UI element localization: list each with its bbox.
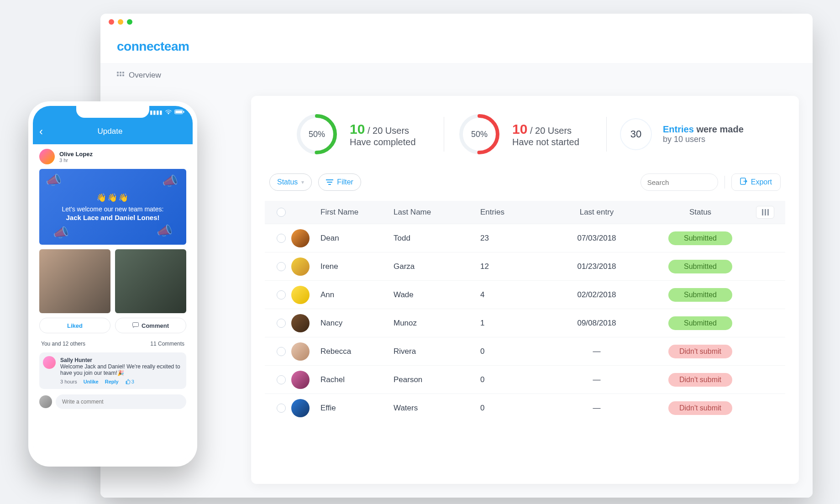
col-entries[interactable]: Entries: [480, 208, 544, 217]
cell-entries: 0: [480, 347, 544, 356]
banner-line2: Jack Lace and Daniel Lones!: [66, 214, 159, 221]
status-badge: Didn't submit: [668, 373, 732, 387]
comment-author: Sally Hunter: [60, 357, 182, 363]
comment-reply[interactable]: Reply: [105, 379, 119, 384]
wifi-icon: [165, 109, 172, 116]
cell-status: Submitted: [649, 231, 751, 245]
cell-first-name: Irene: [320, 262, 394, 271]
divider: [724, 176, 725, 189]
filter-button[interactable]: Filter: [318, 173, 361, 191]
cell-entries: 0: [480, 404, 544, 413]
row-checkbox[interactable]: [277, 404, 286, 413]
entries-prefix: Entries: [663, 124, 694, 134]
header-checkbox[interactable]: [277, 208, 286, 217]
photo-row: [39, 249, 186, 313]
cell-last-entry: —: [544, 347, 649, 356]
brand-header: connecteam: [100, 30, 813, 63]
cell-last-entry: 01/23/2018: [544, 262, 649, 271]
status-badge: Submitted: [668, 288, 732, 302]
phone-body: Olive Lopez 3 hr 📣 📣 📣 📣 👋👋👋 Let's welco…: [33, 144, 193, 462]
liked-button[interactable]: Liked: [39, 318, 110, 333]
comment-label: Comment: [142, 322, 169, 329]
row-avatar[interactable]: [291, 399, 310, 417]
row-checkbox[interactable]: [277, 375, 286, 384]
table-row[interactable]: IreneGarza1201/23/2018Submitted: [265, 252, 785, 280]
cell-last-name: Rivera: [394, 347, 480, 356]
window-maximize-dot[interactable]: [127, 19, 132, 25]
row-checkbox[interactable]: [277, 262, 286, 271]
signal-icon: ▮▮▮▮: [150, 109, 163, 116]
cell-last-entry: —: [544, 404, 649, 413]
col-first-name[interactable]: First Name: [320, 208, 394, 217]
search-wrap[interactable]: [640, 173, 718, 191]
window-close-dot[interactable]: [109, 19, 114, 25]
col-status[interactable]: Status: [649, 208, 751, 217]
cell-last-name: Munoz: [394, 319, 480, 328]
row-avatar[interactable]: [291, 257, 310, 276]
row-avatar[interactable]: [291, 371, 310, 389]
post-author: Olive Lopez: [59, 151, 93, 158]
phone-title: Update: [34, 127, 186, 136]
comment-text: Welcome Jack and Daniel! We're really ec…: [60, 363, 182, 376]
photo-1[interactable]: [39, 249, 110, 313]
search-input[interactable]: [647, 178, 734, 186]
col-last-name[interactable]: Last Name: [394, 208, 480, 217]
window-content: connecteam Overview 50% 10 / 20 Users Ha…: [100, 30, 813, 498]
arc-notstarted: 50%: [457, 112, 501, 156]
comment-avatar[interactable]: [43, 356, 56, 369]
arc-completed: 50%: [295, 112, 339, 156]
row-avatar[interactable]: [291, 342, 310, 361]
likes-text[interactable]: You and 12 others: [41, 341, 85, 347]
post-time: 3 hr: [59, 158, 93, 163]
write-comment-input[interactable]: [56, 394, 186, 409]
comment-unlike[interactable]: Unlike: [84, 379, 99, 384]
cell-last-name: Pearson: [394, 375, 480, 384]
post-header: Olive Lopez 3 hr: [33, 144, 193, 169]
photo-2[interactable]: [115, 249, 186, 313]
cell-status: Didn't submit: [649, 401, 751, 415]
banner-emoji: 👋👋👋: [96, 193, 129, 203]
status-dropdown[interactable]: Status: [269, 173, 312, 191]
comment-like-count[interactable]: 3: [125, 379, 134, 384]
breadcrumb-label[interactable]: Overview: [129, 71, 161, 80]
welcome-banner: 📣 📣 📣 📣 👋👋👋 Let's welcome our new team m…: [39, 169, 186, 245]
self-avatar[interactable]: [39, 395, 52, 408]
comment-button[interactable]: Comment: [115, 318, 186, 333]
cell-status: Didn't submit: [649, 373, 751, 387]
window-minimize-dot[interactable]: [118, 19, 123, 25]
comments-text[interactable]: 11 Comments: [150, 341, 184, 347]
brand-name: connecteam: [117, 39, 189, 54]
entries-suffix: were made: [696, 124, 743, 134]
table-row[interactable]: RebeccaRivera0—Didn't submit: [265, 337, 785, 365]
row-checkbox[interactable]: [277, 234, 286, 243]
row-checkbox[interactable]: [277, 347, 286, 356]
cell-last-entry: 09/08/2018: [544, 319, 649, 328]
battery-icon: [174, 109, 184, 116]
write-comment-row: [33, 389, 193, 415]
columns-button[interactable]: [756, 206, 774, 219]
cell-last-entry: 07/03/2018: [544, 234, 649, 243]
row-avatar[interactable]: [291, 286, 310, 304]
arc-completed-label: 50%: [309, 130, 325, 139]
row-avatar[interactable]: [291, 314, 310, 332]
status-badge: Submitted: [668, 316, 732, 330]
row-checkbox[interactable]: [277, 290, 286, 299]
export-button[interactable]: Export: [731, 173, 781, 191]
export-label: Export: [751, 178, 772, 186]
cell-last-name: Garza: [394, 262, 480, 271]
export-icon: [740, 178, 747, 187]
status-dropdown-label: Status: [277, 178, 298, 186]
like-summary: You and 12 others 11 Comments: [33, 338, 193, 350]
table-row[interactable]: EffieWaters0—Didn't submit: [265, 394, 785, 422]
row-checkbox[interactable]: [277, 319, 286, 328]
table-row[interactable]: NancyMunoz109/08/2018Submitted: [265, 309, 785, 337]
cell-status: Didn't submit: [649, 345, 751, 358]
post-avatar[interactable]: [39, 149, 55, 164]
entries-text: Entries were made by 10 users: [663, 124, 744, 144]
table-row[interactable]: AnnWade402/02/2018Submitted: [265, 280, 785, 309]
table-row[interactable]: RachelPearson0—Didn't submit: [265, 365, 785, 394]
col-last-entry[interactable]: Last entry: [544, 208, 649, 217]
row-avatar[interactable]: [291, 229, 310, 247]
phone-mockup: ▮▮▮▮ ‹ Update Olive Lopez 3 hr 📣 📣: [28, 101, 197, 467]
table-row[interactable]: DeanTodd2307/03/2018Submitted: [265, 224, 785, 252]
